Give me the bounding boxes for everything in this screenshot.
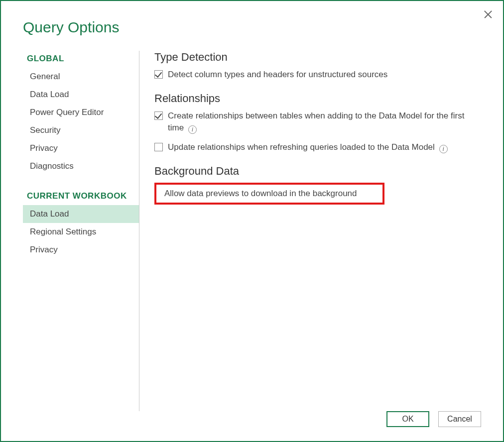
dialog-body: GLOBAL General Data Load Power Query Edi… — [1, 41, 503, 411]
sidebar-item-privacy-global[interactable]: Privacy — [23, 139, 139, 157]
sidebar-header-current-workbook: CURRENT WORKBOOK — [23, 175, 139, 205]
group-title-background-data: Background Data — [154, 165, 481, 178]
sidebar-item-general[interactable]: General — [23, 68, 139, 86]
option-update-relationships: Update relationships when refreshing que… — [154, 141, 481, 154]
content-pane: Type Detection Detect column types and h… — [139, 51, 481, 411]
checkbox-detect-column-types[interactable] — [154, 70, 163, 79]
group-title-type-detection: Type Detection — [154, 51, 481, 64]
label-create-relationships: Create relationships between tables when… — [168, 110, 481, 134]
ok-button[interactable]: OK — [386, 411, 429, 427]
sidebar-header-global: GLOBAL — [23, 51, 139, 68]
group-type-detection: Type Detection Detect column types and h… — [154, 51, 481, 81]
group-background-data: Background Data Allow data previews to d… — [154, 165, 481, 205]
info-icon[interactable] — [188, 125, 197, 134]
checkbox-create-relationships[interactable] — [154, 111, 163, 120]
option-create-relationships: Create relationships between tables when… — [154, 110, 481, 134]
sidebar-item-regional-settings[interactable]: Regional Settings — [23, 223, 139, 241]
sidebar-item-power-query-editor[interactable]: Power Query Editor — [23, 104, 139, 121]
label-update-relationships: Update relationships when refreshing que… — [168, 141, 448, 154]
sidebar-item-security[interactable]: Security — [23, 121, 139, 139]
checkbox-update-relationships[interactable] — [154, 143, 163, 151]
highlighted-option-allow-previews: Allow data previews to download in the b… — [154, 183, 384, 205]
cancel-button[interactable]: Cancel — [438, 411, 481, 427]
query-options-dialog: Query Options GLOBAL General Data Load P… — [0, 0, 504, 442]
close-icon[interactable] — [483, 9, 493, 19]
sidebar-item-data-load-current[interactable]: Data Load — [23, 205, 139, 223]
sidebar-item-diagnostics[interactable]: Diagnostics — [23, 157, 139, 175]
label-allow-data-previews: Allow data previews to download in the b… — [164, 188, 357, 200]
label-detect-column-types: Detect column types and headers for unst… — [168, 69, 387, 81]
sidebar: GLOBAL General Data Load Power Query Edi… — [23, 51, 139, 411]
sidebar-item-privacy-current[interactable]: Privacy — [23, 241, 139, 259]
dialog-footer: OK Cancel — [1, 411, 503, 441]
group-relationships: Relationships Create relationships betwe… — [154, 92, 481, 154]
dialog-title: Query Options — [1, 1, 503, 41]
info-icon[interactable] — [439, 145, 448, 153]
group-title-relationships: Relationships — [154, 92, 481, 105]
option-detect-column-types: Detect column types and headers for unst… — [154, 69, 481, 81]
sidebar-item-data-load-global[interactable]: Data Load — [23, 86, 139, 104]
